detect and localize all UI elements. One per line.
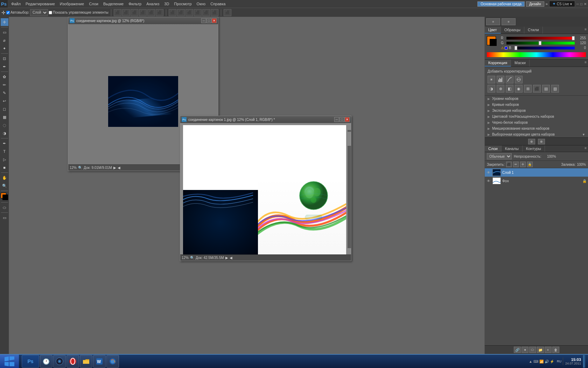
r-slider-thumb[interactable] — [572, 36, 575, 40]
color-panel-menu-btn[interactable]: ≡ — [583, 27, 588, 34]
start-button[interactable] — [0, 355, 19, 368]
dist-left-btn[interactable]: ⬛ — [194, 9, 202, 16]
blur-tool[interactable]: ◌ — [1, 121, 8, 129]
text-tool[interactable]: T — [1, 148, 8, 155]
background-color[interactable] — [2, 195, 8, 200]
adj-exposure[interactable]: ▶ Экспозиция наборов — [485, 108, 588, 114]
doc1-maximize-btn[interactable]: □ — [206, 18, 211, 23]
align-left-btn[interactable]: ⬛ — [139, 9, 147, 16]
path-select-tool[interactable]: ▷ — [1, 156, 8, 163]
layer-delete-btn[interactable]: 🗑 — [552, 347, 559, 353]
panel-btn-a[interactable]: ⊕ — [528, 139, 535, 144]
menu-analysis[interactable]: Анализ — [144, 1, 161, 7]
align-middle-btn[interactable]: ⬛ — [122, 9, 130, 16]
show-controls-checkbox[interactable]: Показать управляющие элементы — [49, 11, 108, 14]
magic-wand-tool[interactable]: ✦ — [1, 45, 8, 52]
color-switcher[interactable] — [1, 193, 8, 200]
panel-btn-b[interactable]: ⊗ — [538, 139, 545, 144]
taskbar-opera-icon[interactable] — [66, 355, 79, 368]
b-slider-track[interactable] — [514, 47, 575, 49]
layers-menu-btn[interactable]: ≡ — [583, 145, 588, 152]
g-slider-thumb[interactable] — [539, 41, 541, 45]
taskbar-steam-icon[interactable] — [53, 355, 66, 368]
adj-bw[interactable]: ▶ Черно-белое наборов — [485, 120, 588, 125]
dist-horiz-btn[interactable]: ⬛ — [202, 9, 210, 16]
correction-menu-btn[interactable]: ≡ — [583, 60, 588, 67]
lock-all-btn[interactable]: 🔒 — [527, 162, 533, 167]
screen-mode-btn[interactable]: ▭ — [1, 214, 8, 222]
menu-image[interactable]: Изображение — [58, 1, 86, 7]
taskbar-word-icon[interactable]: W — [93, 355, 106, 368]
lasso-tool[interactable]: ⌀ — [1, 36, 8, 44]
clone-stamp-tool[interactable]: ✎ — [1, 89, 8, 97]
threshold-icon[interactable]: ▧ — [551, 85, 559, 93]
menu-view[interactable]: Просмотр — [172, 1, 194, 7]
show-desktop-btn[interactable] — [583, 355, 585, 368]
doc2-close-btn[interactable]: ✕ — [345, 117, 350, 122]
layer-row-1[interactable]: 👁 Фон 🔒 — [485, 177, 588, 185]
layer-0-eye[interactable]: 👁 — [486, 170, 491, 175]
layer-mask-btn[interactable]: ⬭ — [529, 347, 536, 353]
move-tool[interactable]: ✛ — [1, 18, 8, 26]
doc1-scroll-left[interactable]: ◀ — [118, 166, 120, 170]
dist-top-btn[interactable]: ⬛ — [169, 9, 176, 16]
invert-icon[interactable]: ⬛ — [533, 85, 541, 93]
doc2-minimize-btn[interactable]: ─ — [334, 117, 339, 122]
brush-tool[interactable]: ✏ — [1, 81, 8, 89]
taskbar-photoshop-icon[interactable]: Ps — [22, 355, 39, 368]
doc1-title-bar[interactable]: Ps соединение картинок.jpg @ 12% (RGB/8*… — [68, 17, 218, 24]
menu-layers[interactable]: Слои — [87, 1, 100, 7]
tab-correction[interactable]: Коррекция — [485, 60, 511, 67]
menu-help[interactable]: Справка — [208, 1, 227, 7]
layer-new-btn[interactable]: + — [545, 347, 552, 353]
adj-huesat[interactable]: ▶ Цветовой тон/Насыщенность наборов — [485, 114, 588, 120]
taskbar-clock-icon[interactable]: 🕐 — [40, 355, 52, 368]
doc2-arrow-btn[interactable]: ▶ — [225, 256, 228, 260]
lock-position-btn[interactable]: ✛ — [520, 162, 526, 167]
quick-mask-btn[interactable]: ⬭ — [1, 204, 8, 211]
dist-vert-btn[interactable]: ⬛ — [177, 9, 185, 16]
doc2-scroll-left[interactable]: ◀ — [230, 256, 232, 260]
marquee-tool[interactable]: ▭ — [1, 28, 8, 36]
dodge-tool[interactable]: ◑ — [1, 129, 8, 137]
align-top-btn[interactable]: ⬛ — [114, 9, 121, 16]
lock-transparent-btn[interactable]: ⬛ — [506, 162, 512, 167]
doc2-maximize-btn[interactable]: □ — [340, 117, 344, 122]
lock-image-btn[interactable]: ✏ — [513, 162, 519, 167]
b-slider-thumb[interactable] — [514, 46, 517, 50]
adj-selective[interactable]: ▶ Выборочная коррекция цвета наборов ▼ — [485, 131, 588, 137]
adj-curves[interactable]: ▶ Кривые наборов — [485, 102, 588, 108]
panel-mini-btn1[interactable]: ≡ — [486, 18, 500, 25]
adj-channelmix[interactable]: ▶ Микшировование каналов наборов — [485, 125, 588, 131]
background-swatch[interactable] — [490, 39, 497, 46]
auto-select-type[interactable]: Слой — [30, 9, 48, 16]
brightness-icon[interactable]: ☀ — [488, 76, 495, 83]
tab-color[interactable]: Цвет — [485, 27, 501, 34]
layer-link-btn[interactable]: 🔗 — [514, 347, 521, 353]
tab-styles[interactable]: Стили — [524, 27, 543, 34]
bw-icon[interactable]: ◧ — [506, 85, 513, 93]
adj-levels[interactable]: ▶ Уровни наборов — [485, 96, 588, 102]
shape-tool[interactable]: ■ — [1, 164, 8, 171]
channel-mixer-icon[interactable]: ⊞ — [524, 85, 532, 93]
gradient-tool[interactable]: ▦ — [1, 113, 8, 121]
tab-paths[interactable]: Контуры — [523, 145, 545, 152]
color-balance-icon[interactable]: ⊕ — [497, 85, 504, 93]
layer-effect-btn[interactable]: ✦ — [522, 347, 528, 353]
align-bottom-btn[interactable]: ⬛ — [131, 9, 138, 16]
hue-sat-icon[interactable]: ◑ — [488, 85, 495, 93]
align-right-btn[interactable]: ⬛ — [156, 9, 163, 16]
doc2-scroll-thumb-v[interactable] — [348, 132, 351, 146]
r-slider-track[interactable] — [506, 37, 575, 40]
dist-bottom-btn[interactable]: ⬛ — [186, 9, 193, 16]
menu-window[interactable]: Окно — [195, 1, 208, 7]
taskbar-filemanager-icon[interactable] — [80, 355, 92, 368]
layer-1-eye[interactable]: 👁 — [486, 178, 491, 183]
menu-file[interactable]: Файл — [9, 1, 23, 7]
arrange-btn[interactable]: ⬛ — [224, 9, 231, 16]
menu-edit[interactable]: Редактирование — [23, 1, 57, 7]
blend-mode-select[interactable]: Обычные — [487, 153, 512, 159]
tab-channels[interactable]: Каналы — [502, 145, 523, 152]
menu-filter[interactable]: Фильтр — [126, 1, 144, 7]
curves-icon[interactable] — [506, 76, 513, 83]
